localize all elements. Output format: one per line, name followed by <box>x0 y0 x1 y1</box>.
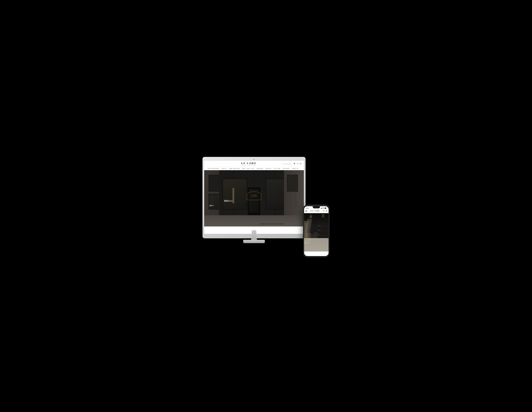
signal-bar-1 <box>321 208 321 209</box>
website-header: LE LABO GRASSE — NEW YORK Search product… <box>204 161 304 170</box>
bottle <box>320 230 320 231</box>
hamburger-menu-button[interactable] <box>305 210 307 212</box>
bottle <box>318 225 319 226</box>
phone-logo: LE LABO GRASSE — NEW YORK <box>310 210 320 212</box>
search-icon <box>282 163 284 164</box>
phone-screen: 9:41 <box>304 206 329 256</box>
bottle <box>318 234 318 235</box>
logo-area: LE LABO GRASSE — NEW YORK <box>216 162 281 166</box>
signal-bar-3 <box>322 208 322 209</box>
phone-hero <box>304 213 329 252</box>
phone-notch <box>313 206 320 208</box>
nav-body-hair-face[interactable]: BODY · HAIR · FACE <box>241 167 255 170</box>
person-silhouette <box>305 223 307 242</box>
phone-header: LE LABO GRASSE — NEW YORK <box>304 209 329 213</box>
bottle <box>318 234 319 235</box>
phone-shelf-2-bottles <box>318 230 320 231</box>
phone-lamp-left <box>309 215 313 219</box>
mobile-phone: 9:41 <box>303 205 330 258</box>
store-sign-arch: LE LABO LABORATOIRE DE FINE PERFUMERY <box>247 192 261 200</box>
location-icon[interactable] <box>294 163 295 165</box>
phone-cart-icon[interactable] <box>326 210 327 212</box>
phone-logo-tagline: GRASSE — NEW YORK <box>310 212 320 212</box>
bottle <box>320 225 321 226</box>
svg-rect-9 <box>326 211 327 212</box>
signal-bar-2 <box>321 208 321 209</box>
store-sign-sub: LABORATOIRE DE <box>251 196 257 196</box>
nav-gift-card[interactable]: GIFT CARD <box>273 167 282 170</box>
storefront-image: FINE PERFUMERY <box>204 170 304 226</box>
phone-shelf-1-bottles <box>318 225 321 226</box>
phone-shelf-1 <box>318 226 329 226</box>
account-icon[interactable] <box>297 163 298 165</box>
phone-search-icon[interactable] <box>323 210 324 212</box>
phone-status-icons <box>321 207 327 209</box>
search-placeholder-text: Search products <box>284 163 291 164</box>
bottle <box>320 225 320 226</box>
bottle <box>318 230 318 231</box>
phone-shelf-3-bottles <box>318 234 320 235</box>
store-sign-perfumery: FINE PERFUMERY <box>250 197 258 197</box>
svg-point-0 <box>282 163 283 164</box>
svg-line-8 <box>324 211 324 212</box>
bottle <box>319 234 320 235</box>
nav-discovery[interactable]: DISCOVERY <box>282 167 291 170</box>
phone-shell: 9:41 <box>303 205 330 258</box>
cart-icon[interactable] <box>300 163 302 165</box>
svg-point-4 <box>323 208 323 209</box>
monitor-base <box>243 240 265 243</box>
bottle <box>318 225 318 226</box>
nav-grooming[interactable]: GROOMING <box>255 167 265 170</box>
svg-line-1 <box>283 164 284 164</box>
signal-bar-4 <box>322 208 322 209</box>
bottle <box>319 234 319 235</box>
store-window-left <box>223 179 247 210</box>
scene: LE LABO GRASSE — NEW YORK Search product… <box>200 154 332 258</box>
hamburger-line-3 <box>305 212 307 212</box>
monitor-shell: LE LABO GRASSE — NEW YORK Search product… <box>202 157 305 238</box>
svg-rect-6 <box>325 208 326 209</box>
hamburger-line-1 <box>305 210 307 211</box>
phone-header-actions <box>323 210 327 212</box>
phone-time: 9:41 <box>306 207 308 209</box>
nav-refills[interactable]: REFILLS <box>220 167 228 170</box>
nav-oddities[interactable]: ODDITIES <box>265 167 273 170</box>
wifi-icon <box>323 207 324 209</box>
bottle <box>319 230 320 231</box>
svg-point-7 <box>323 210 324 211</box>
bottle <box>319 230 319 231</box>
store-window-right <box>266 179 285 210</box>
header-actions: Search products <box>281 163 302 165</box>
phone-shelf-3 <box>318 235 329 236</box>
monitor-screen: LE LABO GRASSE — NEW YORK Search product… <box>204 161 304 234</box>
monitor-camera <box>254 159 255 160</box>
nav-fine-fragrances[interactable]: FINE FRAGRANCES <box>207 167 220 170</box>
website-top-bar: LE LABO GRASSE — NEW YORK Search product… <box>207 162 302 167</box>
store-sign: LE LABO LABORATOIRE DE FINE PERFUMERY <box>247 192 261 200</box>
website-nav: FINE FRAGRANCES REFILLS HOME CREATIONS B… <box>207 167 302 170</box>
svg-point-2 <box>297 163 298 163</box>
sidewalk <box>204 215 304 226</box>
phone-shelf-2 <box>318 231 329 231</box>
nav-about-us[interactable]: ABOUT US <box>291 167 300 170</box>
desktop-monitor: LE LABO GRASSE — NEW YORK Search product… <box>202 157 305 248</box>
phone-floor <box>304 238 329 252</box>
bottle <box>318 230 319 231</box>
phone-interior-scene <box>304 213 329 252</box>
bottle <box>319 225 319 226</box>
hamburger-line-2 <box>305 211 307 211</box>
bottle <box>319 225 320 226</box>
desktop-logo-name: LE LABO <box>216 162 281 165</box>
battery-icon <box>324 207 327 209</box>
svg-rect-3 <box>300 163 301 164</box>
phone-logo-name: LE LABO <box>310 210 320 212</box>
store-sign-name: LE LABO <box>251 195 257 196</box>
signal-bars-icon <box>321 207 322 209</box>
phone-lamp-right <box>321 214 325 218</box>
nav-home-creations[interactable]: HOME CREATIONS <box>228 167 241 170</box>
search-box[interactable]: Search products <box>281 163 292 165</box>
desktop-logo-tagline: GRASSE — NEW YORK <box>216 165 281 166</box>
website-hero: FINE PERFUMERY <box>204 170 304 226</box>
monitor-bezel-top <box>204 159 304 160</box>
